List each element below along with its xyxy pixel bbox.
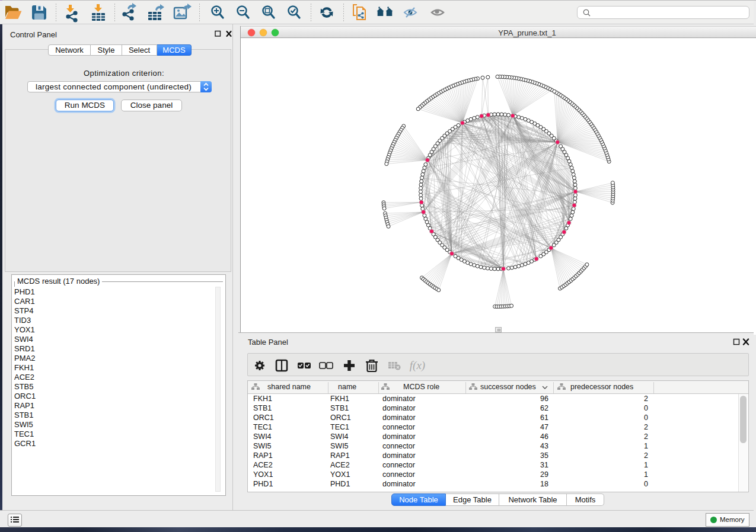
- svg-text:f(x): f(x): [410, 359, 425, 372]
